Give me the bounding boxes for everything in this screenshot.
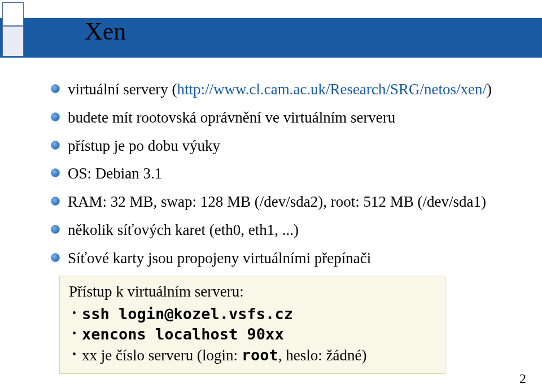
- access-box: Přístup k virtuálním serveru: • ssh logi…: [59, 276, 445, 374]
- access-title: Přístup k virtuálním serveru:: [69, 283, 436, 300]
- bullet-icon: [51, 84, 60, 93]
- bullet-text-prefix: virtuální servery (: [68, 81, 177, 98]
- list-item: přístup je po dobu výuky: [51, 136, 514, 157]
- sub-bullet-icon: •: [72, 324, 76, 342]
- bullet-icon: [51, 197, 60, 206]
- side-decoration: [0, 0, 23, 61]
- bullet-text: OS: Debian 3.1: [68, 163, 162, 185]
- access-text: xx je číslo serveru (login:: [82, 347, 242, 364]
- bullet-text: několik síťových karet (eth0, eth1, ...): [68, 220, 299, 241]
- page-number: 2: [519, 371, 526, 386]
- access-login: root: [242, 346, 278, 364]
- server-link[interactable]: http://www.cl.cam.ac.uk/Research/SRG/net…: [177, 81, 487, 98]
- bullet-icon: [51, 112, 60, 121]
- bullet-text: RAM: 32 MB, swap: 128 MB (/dev/sda2), ro…: [68, 191, 486, 213]
- list-item: RAM: 32 MB, swap: 128 MB (/dev/sda2), ro…: [51, 191, 514, 213]
- sub-bullet-icon: •: [72, 304, 76, 322]
- list-item: několik síťových karet (eth0, eth1, ...): [51, 220, 514, 241]
- list-item: OS: Debian 3.1: [51, 163, 514, 185]
- list-item: budete mít rootovská oprávnění ve virtuá…: [51, 107, 514, 129]
- access-line: • xx je číslo serveru (login: root, hesl…: [69, 345, 436, 365]
- bullet-icon: [51, 141, 60, 150]
- list-item: Síťové karty jsou propojeny virtuálními …: [51, 248, 514, 269]
- access-text: , heslo: žádné): [278, 347, 367, 364]
- bullet-text: přístup je po dobu výuky: [68, 136, 220, 157]
- bullet-icon: [51, 168, 60, 177]
- access-command: xencons localhost 90xx: [82, 324, 284, 345]
- page-title: Xen: [85, 17, 126, 46]
- sub-bullet-icon: •: [72, 345, 76, 363]
- bullet-icon: [51, 225, 60, 234]
- access-line: • xencons localhost 90xx: [69, 324, 436, 345]
- bullet-text: Síťové karty jsou propojeny virtuálními …: [68, 248, 371, 269]
- list-item: virtuální servery (http://www.cl.cam.ac.…: [51, 79, 514, 101]
- access-command: ssh login@kozel.vsfs.cz: [82, 304, 293, 324]
- bullet-icon: [51, 253, 60, 262]
- access-line: • ssh login@kozel.vsfs.cz: [69, 304, 436, 324]
- bullet-list: virtuální servery (http://www.cl.cam.ac.…: [51, 79, 514, 276]
- bullet-text-suffix: ): [487, 81, 492, 98]
- bullet-text: budete mít rootovská oprávnění ve virtuá…: [68, 107, 395, 129]
